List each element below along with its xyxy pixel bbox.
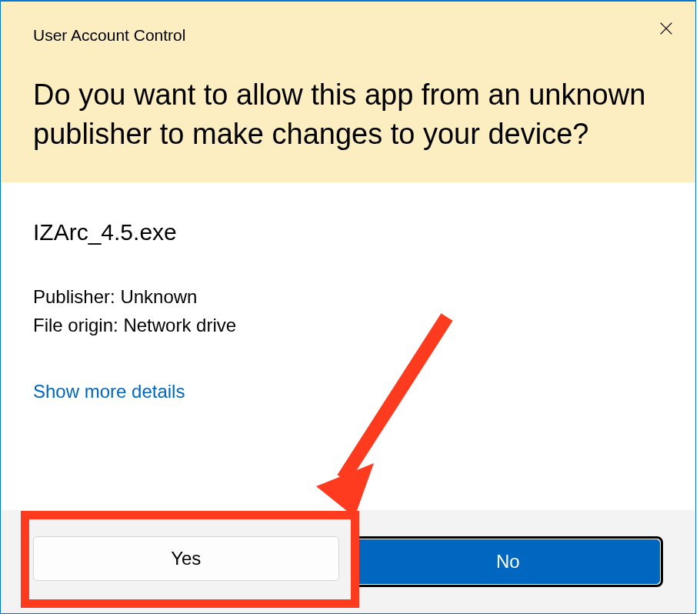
dialog-footer: Yes No — [1, 510, 695, 613]
publisher-label: Publisher: — [33, 286, 115, 307]
app-name: IZArc_4.5.exe — [33, 219, 663, 245]
file-origin-label: File origin: — [33, 315, 118, 335]
dialog-title-small: User Account Control — [33, 26, 663, 45]
svg-marker-4 — [316, 463, 374, 517]
close-icon — [658, 20, 675, 39]
file-origin-value: Network drive — [123, 315, 236, 335]
dialog-body: IZArc_4.5.exe Publisher: Unknown File or… — [1, 182, 695, 429]
close-button[interactable] — [655, 18, 677, 40]
publisher-value: Unknown — [120, 286, 197, 307]
publisher-line: Publisher: Unknown — [33, 282, 663, 311]
show-more-details-link[interactable]: Show more details — [33, 381, 663, 402]
file-origin-line: File origin: Network drive — [33, 311, 663, 339]
yes-button[interactable]: Yes — [33, 536, 339, 581]
no-button[interactable]: No — [356, 539, 661, 584]
dialog-header: User Account Control Do you want to allo… — [1, 2, 695, 182]
uac-dialog-window: User Account Control Do you want to allo… — [0, 0, 696, 614]
no-button-focus-ring: No — [353, 536, 664, 587]
dialog-title-large: Do you want to allow this app from an un… — [33, 75, 663, 155]
